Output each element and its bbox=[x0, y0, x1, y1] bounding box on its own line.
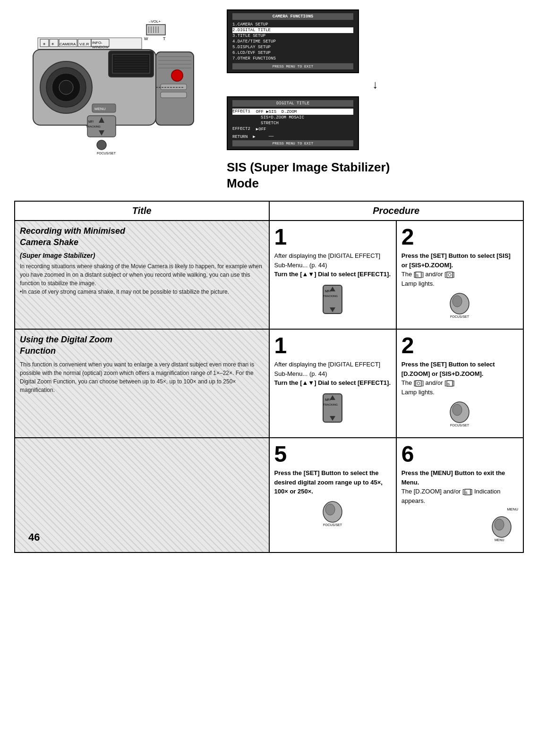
svg-text:S: S bbox=[465, 491, 468, 494]
svg-text:MENU: MENU bbox=[94, 107, 106, 111]
bottom-wrapper: Title Procedure Recording with Minimised… bbox=[14, 201, 524, 553]
sis-title: SIS (Super Image Stabilizer)Mode bbox=[227, 160, 524, 192]
step1b-text: After displaying the [DIGITAL EFFECT] Su… bbox=[274, 360, 391, 388]
svg-text:INFO-: INFO- bbox=[92, 41, 102, 45]
row1-subheading: (Super Image Stabilizer) bbox=[20, 252, 264, 259]
row2-step1: 1 After displaying the [DIGITAL EFFECT] … bbox=[269, 329, 396, 438]
row1-left: Recording with MinimisedCamera Shake (Su… bbox=[15, 221, 269, 329]
effect1-stretch: STRETCH bbox=[232, 120, 353, 126]
step2b-number: 2 bbox=[401, 334, 518, 357]
menu-screen-title: CAMERA FUNCTIONS bbox=[232, 13, 353, 20]
menu-item-1: 1.CAMERA SETUP bbox=[232, 22, 353, 27]
svg-point-71 bbox=[417, 382, 420, 385]
effect1-row: EFFECT1 OFF ▶SIS D.ZOOM bbox=[232, 109, 353, 115]
step6-text: Press the [MENU] Button to exit the Menu… bbox=[401, 468, 518, 505]
focus-svg-2: FOCUS/SET bbox=[443, 400, 476, 429]
svg-point-78 bbox=[325, 504, 335, 515]
focus-svg-3: FOCUS/SET bbox=[316, 500, 349, 528]
step2b-text: Press the [SET] Button to select [D.ZOOM… bbox=[401, 360, 518, 397]
svg-rect-60 bbox=[447, 272, 453, 278]
menu-item-2-selected: 2.DIGITAL TITLE bbox=[232, 27, 353, 33]
svg-text:☀: ☀ bbox=[43, 42, 46, 46]
svg-point-25 bbox=[59, 80, 73, 94]
svg-text:FOCUS/SET: FOCUS/SET bbox=[97, 152, 116, 155]
focus-svg-1: FOCUS/SET bbox=[443, 292, 476, 320]
svg-text:FOCUS/SET: FOCUS/SET bbox=[450, 315, 470, 318]
return-row: RETURN ▶ —— bbox=[232, 134, 353, 139]
svg-text:TRACKING: TRACKING bbox=[323, 403, 338, 406]
dial-svg-1: MF/ TRACKING bbox=[318, 283, 347, 316]
menu-screen: CAMERA FUNCTIONS 1.CAMERA SETUP 2.DIGITA… bbox=[227, 9, 359, 73]
svg-text:S: S bbox=[416, 273, 418, 278]
col-title: Title bbox=[15, 201, 269, 221]
menu-btn-svg: MENU bbox=[485, 515, 518, 544]
step1-number: 1 bbox=[274, 226, 391, 248]
step5-number: 5 bbox=[274, 443, 391, 466]
menu-label: MENU bbox=[401, 507, 518, 511]
svg-text:V.E.R: V.E.R bbox=[79, 42, 89, 46]
menu-item-6: 6.LCD/EVF SETUP bbox=[232, 50, 353, 56]
svg-point-50 bbox=[97, 140, 106, 150]
step1b-number: 1 bbox=[274, 334, 391, 357]
menu-item-5: 5.DISPLAY SETUP bbox=[232, 44, 353, 50]
row3-left bbox=[15, 438, 269, 552]
svg-text:☀: ☀ bbox=[51, 42, 54, 46]
svg-text:MENU: MENU bbox=[495, 538, 504, 542]
digital-screen-title: DIGITAL TITLE bbox=[232, 100, 353, 107]
svg-text:S: S bbox=[447, 382, 450, 386]
row1-step2: 2 Press the [SET] Button to select [SIS]… bbox=[396, 221, 523, 329]
menu-item-3: 3.TITLE SETUP bbox=[232, 33, 353, 39]
svg-text:TRACKING: TRACKING bbox=[323, 295, 338, 297]
camera-diagram: ☀ ☀ CAMERA V.E.R INFO- WINDOW –VOL+ W T bbox=[14, 9, 213, 162]
row2-text: This function is convenient when you wan… bbox=[20, 360, 264, 394]
row2-left: Using the Digital ZoomFunction This func… bbox=[15, 329, 269, 438]
digital-footer: PRESS MENU TO EXIT bbox=[232, 140, 353, 146]
svg-text:W: W bbox=[144, 36, 148, 41]
main-table: Title Procedure Recording with Minimised… bbox=[14, 201, 524, 553]
menu-item-7: 7.OTHER FUNCTIONS bbox=[232, 56, 353, 61]
step2-number: 2 bbox=[401, 226, 518, 248]
svg-rect-70 bbox=[416, 381, 421, 386]
svg-rect-33 bbox=[161, 92, 187, 98]
effect2-row: EFFECT2 ▶OFF bbox=[232, 126, 353, 132]
svg-text:–VOL+: –VOL+ bbox=[149, 19, 161, 24]
svg-point-75 bbox=[453, 404, 462, 416]
step6-number: 6 bbox=[401, 443, 518, 466]
svg-text:TRACKING: TRACKING bbox=[86, 125, 101, 128]
digital-screen: DIGITAL TITLE EFFECT1 OFF ▶SIS D.ZOOM SI… bbox=[227, 96, 359, 150]
dial-svg-2: MF/ TRACKING bbox=[318, 391, 347, 425]
menu-item-4: 4.DATE/TIME SETUP bbox=[232, 39, 353, 44]
svg-point-31 bbox=[171, 70, 183, 81]
svg-rect-32 bbox=[161, 84, 187, 90]
row2-heading: Using the Digital ZoomFunction bbox=[20, 334, 264, 357]
row1-step1: 1 After displaying the [DIGITAL EFFECT] … bbox=[269, 221, 396, 329]
svg-text:MF/: MF/ bbox=[325, 289, 331, 293]
arrow-down: ↓ bbox=[227, 78, 524, 92]
row1-text: In recording situations where shaking of… bbox=[20, 262, 264, 296]
svg-text:MF/: MF/ bbox=[88, 120, 94, 123]
svg-point-83 bbox=[495, 519, 504, 530]
svg-text:MF/: MF/ bbox=[325, 398, 331, 401]
page-number: 46 bbox=[28, 531, 40, 544]
effect1-options: SIS+D.ZOOM MOSAIC bbox=[232, 115, 353, 120]
row3-step6: 6 Press the [MENU] Button to exit the Me… bbox=[396, 438, 523, 552]
svg-point-61 bbox=[448, 273, 451, 276]
svg-point-63 bbox=[453, 296, 462, 307]
svg-text:FOCUS/SET: FOCUS/SET bbox=[323, 523, 342, 527]
menu-footer: PRESS MENU TO EXIT bbox=[232, 63, 353, 69]
step2-text: Press the [SET] Button to select [SIS] o… bbox=[401, 251, 518, 288]
row3-step5: 5 Press the [SET] Button to select the d… bbox=[269, 438, 396, 552]
svg-text:FOCUS/SET: FOCUS/SET bbox=[450, 424, 470, 427]
row2-step2: 2 Press the [SET] Button to select [D.ZO… bbox=[396, 329, 523, 438]
svg-text:T: T bbox=[163, 36, 166, 41]
col-procedure: Procedure bbox=[269, 201, 524, 221]
top-section: ☀ ☀ CAMERA V.E.R INFO- WINDOW –VOL+ W T bbox=[14, 9, 524, 191]
step1-text: After displaying the [DIGITAL EFFECT] Su… bbox=[274, 251, 391, 279]
svg-text:CAMERA: CAMERA bbox=[60, 42, 76, 46]
step5-text: Press the [SET] Button to select the des… bbox=[274, 468, 391, 496]
right-panel: CAMERA FUNCTIONS 1.CAMERA SETUP 2.DIGITA… bbox=[227, 9, 524, 191]
row1-heading: Recording with MinimisedCamera Shake bbox=[20, 226, 264, 248]
